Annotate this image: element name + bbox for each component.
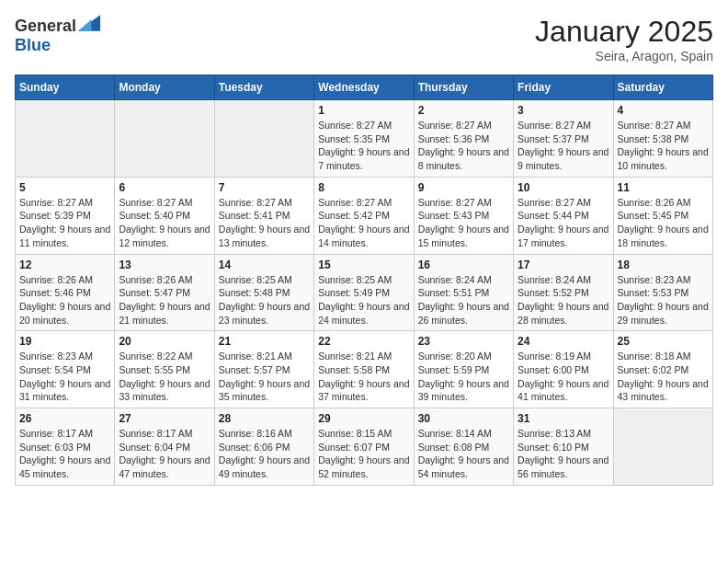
weekday-header: Tuesday	[214, 75, 313, 100]
calendar-week-row: 26Sunrise: 8:17 AMSunset: 6:03 PMDayligh…	[16, 408, 713, 486]
day-info: Sunrise: 8:16 AMSunset: 6:06 PMDaylight:…	[219, 427, 310, 481]
day-info: Sunrise: 8:26 AMSunset: 5:47 PMDaylight:…	[119, 273, 210, 327]
calendar-cell: 27Sunrise: 8:17 AMSunset: 6:04 PMDayligh…	[115, 408, 214, 486]
day-number: 17	[518, 259, 609, 271]
day-number: 10	[518, 181, 609, 194]
weekday-header: Friday	[514, 75, 613, 100]
day-info: Sunrise: 8:13 AMSunset: 6:10 PMDaylight:…	[518, 427, 609, 481]
calendar-cell: 20Sunrise: 8:22 AMSunset: 5:55 PMDayligh…	[115, 331, 214, 408]
day-number: 25	[618, 335, 709, 348]
day-number: 18	[618, 259, 709, 271]
day-info: Sunrise: 8:27 AMSunset: 5:44 PMDaylight:…	[518, 196, 609, 250]
calendar-cell: 21Sunrise: 8:21 AMSunset: 5:57 PMDayligh…	[214, 331, 313, 408]
calendar-cell: 28Sunrise: 8:16 AMSunset: 6:06 PMDayligh…	[214, 408, 313, 486]
calendar-cell: 1Sunrise: 8:27 AMSunset: 5:35 PMDaylight…	[314, 100, 414, 178]
day-info: Sunrise: 8:27 AMSunset: 5:39 PMDaylight:…	[19, 196, 110, 250]
day-number: 7	[219, 181, 310, 194]
page-header: General Blue January 2025 Seira, Aragon,…	[15, 15, 713, 63]
title-block: January 2025 Seira, Aragon, Spain	[535, 15, 713, 63]
day-info: Sunrise: 8:26 AMSunset: 5:46 PMDaylight:…	[19, 273, 110, 327]
day-info: Sunrise: 8:19 AMSunset: 6:00 PMDaylight:…	[518, 350, 609, 404]
calendar-cell: 31Sunrise: 8:13 AMSunset: 6:10 PMDayligh…	[514, 408, 613, 486]
calendar-cell: 6Sunrise: 8:27 AMSunset: 5:40 PMDaylight…	[115, 177, 214, 254]
calendar-cell: 18Sunrise: 8:23 AMSunset: 5:53 PMDayligh…	[613, 254, 712, 331]
calendar-cell: 29Sunrise: 8:15 AMSunset: 6:07 PMDayligh…	[314, 408, 414, 486]
calendar-cell: 10Sunrise: 8:27 AMSunset: 5:44 PMDayligh…	[514, 177, 613, 254]
calendar-cell	[16, 100, 115, 178]
day-info: Sunrise: 8:22 AMSunset: 5:55 PMDaylight:…	[119, 350, 210, 404]
day-number: 20	[119, 335, 210, 348]
calendar-cell	[214, 100, 313, 178]
calendar-cell: 14Sunrise: 8:25 AMSunset: 5:48 PMDayligh…	[214, 254, 313, 331]
day-info: Sunrise: 8:26 AMSunset: 5:45 PMDaylight:…	[618, 196, 709, 250]
calendar-cell: 4Sunrise: 8:27 AMSunset: 5:38 PMDaylight…	[613, 100, 712, 178]
calendar-cell	[613, 408, 712, 486]
calendar-body: 1Sunrise: 8:27 AMSunset: 5:35 PMDaylight…	[16, 100, 713, 486]
calendar-cell: 9Sunrise: 8:27 AMSunset: 5:43 PMDaylight…	[414, 177, 513, 254]
day-number: 28	[219, 412, 310, 425]
calendar-cell: 17Sunrise: 8:24 AMSunset: 5:52 PMDayligh…	[514, 254, 613, 331]
calendar-cell: 16Sunrise: 8:24 AMSunset: 5:51 PMDayligh…	[414, 254, 513, 331]
weekday-header: Saturday	[613, 75, 712, 100]
calendar-week-row: 5Sunrise: 8:27 AMSunset: 5:39 PMDaylight…	[16, 177, 713, 254]
day-info: Sunrise: 8:27 AMSunset: 5:37 PMDaylight:…	[518, 119, 609, 173]
logo-blue: Blue	[15, 36, 51, 54]
calendar-cell: 7Sunrise: 8:27 AMSunset: 5:41 PMDaylight…	[214, 177, 313, 254]
day-number: 6	[119, 181, 210, 194]
calendar-cell: 15Sunrise: 8:25 AMSunset: 5:49 PMDayligh…	[314, 254, 414, 331]
day-info: Sunrise: 8:24 AMSunset: 5:51 PMDaylight:…	[418, 273, 509, 327]
day-number: 31	[518, 412, 609, 425]
day-info: Sunrise: 8:25 AMSunset: 5:48 PMDaylight:…	[219, 273, 310, 327]
day-info: Sunrise: 8:17 AMSunset: 6:03 PMDaylight:…	[19, 427, 110, 481]
day-number: 22	[318, 335, 409, 348]
day-info: Sunrise: 8:27 AMSunset: 5:42 PMDaylight:…	[318, 196, 409, 250]
logo: General Blue	[15, 15, 100, 55]
calendar-cell: 13Sunrise: 8:26 AMSunset: 5:47 PMDayligh…	[115, 254, 214, 331]
day-number: 2	[418, 104, 509, 117]
day-number: 13	[119, 259, 210, 271]
calendar-cell: 19Sunrise: 8:23 AMSunset: 5:54 PMDayligh…	[16, 331, 115, 408]
calendar-cell: 25Sunrise: 8:18 AMSunset: 6:02 PMDayligh…	[613, 331, 712, 408]
day-info: Sunrise: 8:21 AMSunset: 5:57 PMDaylight:…	[219, 350, 310, 404]
logo-text: General Blue	[15, 15, 100, 55]
logo-general: General	[15, 17, 76, 35]
day-number: 21	[219, 335, 310, 348]
day-info: Sunrise: 8:17 AMSunset: 6:04 PMDaylight:…	[119, 427, 210, 481]
weekday-row: SundayMondayTuesdayWednesdayThursdayFrid…	[16, 75, 713, 100]
logo-icon	[78, 15, 100, 31]
calendar-cell: 30Sunrise: 8:14 AMSunset: 6:08 PMDayligh…	[414, 408, 513, 486]
day-number: 27	[119, 412, 210, 425]
day-info: Sunrise: 8:15 AMSunset: 6:07 PMDaylight:…	[318, 427, 409, 481]
day-number: 26	[19, 412, 110, 425]
day-number: 23	[418, 335, 509, 348]
calendar-week-row: 12Sunrise: 8:26 AMSunset: 5:46 PMDayligh…	[16, 254, 713, 331]
day-info: Sunrise: 8:27 AMSunset: 5:38 PMDaylight:…	[618, 119, 709, 173]
day-number: 9	[418, 181, 509, 194]
day-info: Sunrise: 8:20 AMSunset: 5:59 PMDaylight:…	[418, 350, 509, 404]
day-number: 12	[19, 259, 110, 271]
day-info: Sunrise: 8:27 AMSunset: 5:35 PMDaylight:…	[318, 119, 409, 173]
calendar-cell: 11Sunrise: 8:26 AMSunset: 5:45 PMDayligh…	[613, 177, 712, 254]
day-number: 29	[318, 412, 409, 425]
day-info: Sunrise: 8:27 AMSunset: 5:40 PMDaylight:…	[119, 196, 210, 250]
day-number: 11	[618, 181, 709, 194]
weekday-header: Sunday	[16, 75, 115, 100]
calendar-cell: 12Sunrise: 8:26 AMSunset: 5:46 PMDayligh…	[16, 254, 115, 331]
day-number: 3	[518, 104, 609, 117]
day-number: 19	[19, 335, 110, 348]
calendar-cell: 3Sunrise: 8:27 AMSunset: 5:37 PMDaylight…	[514, 100, 613, 178]
weekday-header: Monday	[115, 75, 214, 100]
day-info: Sunrise: 8:24 AMSunset: 5:52 PMDaylight:…	[518, 273, 609, 327]
calendar-cell: 2Sunrise: 8:27 AMSunset: 5:36 PMDaylight…	[414, 100, 513, 178]
calendar-cell	[115, 100, 214, 178]
calendar-week-row: 1Sunrise: 8:27 AMSunset: 5:35 PMDaylight…	[16, 100, 713, 178]
day-info: Sunrise: 8:14 AMSunset: 6:08 PMDaylight:…	[418, 427, 509, 481]
day-info: Sunrise: 8:23 AMSunset: 5:53 PMDaylight:…	[618, 273, 709, 327]
weekday-header: Thursday	[414, 75, 513, 100]
day-info: Sunrise: 8:25 AMSunset: 5:49 PMDaylight:…	[318, 273, 409, 327]
day-number: 4	[618, 104, 709, 117]
day-number: 15	[318, 259, 409, 271]
calendar-title: January 2025	[535, 15, 713, 49]
day-info: Sunrise: 8:18 AMSunset: 6:02 PMDaylight:…	[618, 350, 709, 404]
day-number: 5	[19, 181, 110, 194]
